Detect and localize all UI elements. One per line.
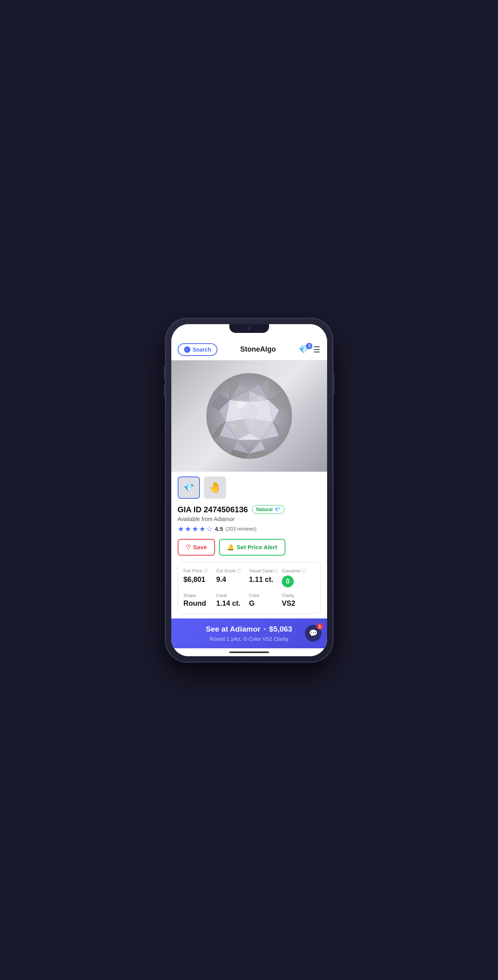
rating-number: 4.5 [215,525,223,532]
alert-label: Set Price Alert [237,544,277,550]
clarity-label: Clarity [282,593,315,598]
diamond-badge-button[interactable]: 💎 3 [298,345,309,354]
shape-value: Round [184,599,217,608]
stats-row-1: Fair Price ⓘ $6,801 Cut Score ⓘ 9 [184,568,315,587]
home-bar [229,651,269,653]
stat-visual-carat: Visual Carat ⓘ 1.11 ct. [249,568,282,587]
carat-label: Carat [216,593,249,598]
diamond-svg [203,370,295,462]
arrow-left-icon: ← [184,346,190,353]
cta-sub-text: Round 1.14ct. G Color VS2 Clarity [178,636,321,642]
thumbnail-hand[interactable]: 🤚 [204,476,226,499]
stat-cut-score: Cut Score ⓘ 9.4 [216,568,249,587]
volume-up-button[interactable] [164,366,166,380]
carat-value: 1.14 ct. [216,599,249,608]
app-header: ← Search StoneAlgo 💎 3 ☰ [171,339,327,360]
search-label: Search [193,346,211,353]
save-label: Save [193,544,207,550]
thumbnail-row: 💎 🤚 [171,472,327,504]
chat-button[interactable]: 💬 1 [305,625,322,642]
notch [229,324,269,333]
phone-screen: ← Search StoneAlgo 💎 3 ☰ [171,324,327,656]
screen-content: ← Search StoneAlgo 💎 3 ☰ [171,339,327,656]
available-from: Available from Adiamor [178,516,321,522]
cut-score-help-icon[interactable]: ⓘ [237,568,241,574]
color-label: Color [249,593,282,598]
cta-price: $5,063 [269,625,292,634]
cta-retailer: See at Adiamor [206,625,261,634]
notch-area [171,324,327,339]
star-1: ★ [178,525,184,533]
save-button[interactable]: ♡ Save [178,539,215,556]
thumbnail-diamond[interactable]: 💎 [178,476,200,499]
gia-id: GIA ID 2474506136 [178,505,248,514]
star-3: ★ [192,525,198,533]
thumb-hand-icon: 🤚 [209,481,221,494]
star-2: ★ [185,525,191,533]
power-button[interactable] [333,374,335,394]
search-button[interactable]: ← Search [178,343,218,356]
product-info: GIA ID 2474506136 Natural 💎 Available fr… [171,504,327,618]
stars-row: ★ ★ ★ ★ ☆ 4.5 (203 reviews) [178,525,321,533]
natural-badge: Natural 💎 [252,505,285,514]
gia-row: GIA ID 2474506136 Natural 💎 [178,505,321,514]
chat-badge-count: 1 [317,623,323,630]
concerns-help-icon[interactable]: ⓘ [302,568,306,574]
shape-label: Shape [184,593,217,598]
stat-shape: Shape Round [184,593,217,608]
action-buttons: ♡ Save 🔔 Set Price Alert [178,539,321,556]
chat-icon: 💬 [309,629,318,638]
heart-icon: ♡ [186,544,191,551]
front-camera [248,327,251,330]
concerns-value: 0 [282,576,294,587]
fair-price-label: Fair Price ⓘ [184,568,217,574]
phone-wrapper: ← Search StoneAlgo 💎 3 ☰ [166,319,333,662]
stat-carat: Carat 1.14 ct. [216,593,249,608]
reviews-count: (203 reviews) [225,526,256,532]
thumb-diamond-icon: 💎 [183,482,194,493]
cut-score-label: Cut Score ⓘ [216,568,249,574]
phone-frame: ← Search StoneAlgo 💎 3 ☰ [166,319,333,662]
star-4: ★ [199,525,205,533]
cta-dot: • [264,626,266,633]
color-value: G [249,599,282,608]
cta-main: See at Adiamor • $5,063 [178,625,321,634]
visual-carat-help-icon[interactable]: ⓘ [274,568,278,574]
natural-label: Natural [256,507,273,512]
visual-carat-label: Visual Carat ⓘ [249,568,282,574]
fair-price-help-icon[interactable]: ⓘ [203,568,208,574]
price-alert-button[interactable]: 🔔 Set Price Alert [219,539,285,556]
hamburger-menu-icon[interactable]: ☰ [313,345,320,354]
bell-icon: 🔔 [227,544,234,551]
stat-clarity: Clarity VS2 [282,593,315,608]
clarity-value: VS2 [282,599,315,608]
cut-score-value: 9.4 [216,576,249,584]
star-5-half: ☆ [206,525,213,533]
cta-bar[interactable]: See at Adiamor • $5,063 Round 1.14ct. G … [171,618,327,648]
stat-color: Color G [249,593,282,608]
home-indicator [171,648,327,656]
star-rating: ★ ★ ★ ★ ☆ [178,525,213,533]
stats-row-2: Shape Round Carat 1.14 ct. Color G [184,593,315,608]
app-title: StoneAlgo [240,345,276,354]
diamond-image [171,360,327,472]
stat-fair-price: Fair Price ⓘ $6,801 [184,568,217,587]
fair-price-value: $6,801 [184,576,217,584]
diamond-emoji-icon: 💎 [274,507,280,512]
concerns-label: Concerns ⓘ [282,568,315,574]
volume-down-button[interactable] [164,384,166,397]
visual-carat-value: 1.11 ct. [249,576,282,584]
stats-card: Fair Price ⓘ $6,801 Cut Score ⓘ 9 [178,562,321,614]
stat-concerns: Concerns ⓘ 0 [282,568,315,587]
badge-count: 3 [306,343,312,349]
header-right: 💎 3 ☰ [298,345,320,354]
